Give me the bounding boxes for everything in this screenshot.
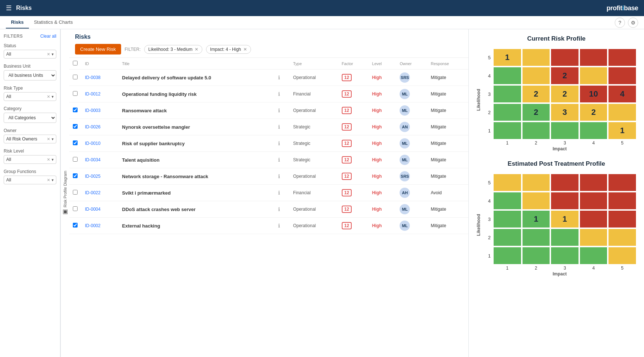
matrix-cell-r0-c2 [550,173,579,192]
row-checkbox-7[interactable] [73,190,78,195]
nav-tabs: Risks Statistics & Charts [6,16,78,29]
row-checkbox-4[interactable] [73,140,78,145]
right-panel: Current Risk Profile Likelihood 51423221… [468,29,644,357]
post-treatment-title: Estimated Post Treatment Profile [476,160,637,168]
risk-level-select[interactable]: All ✕ ▾ [4,155,56,164]
info-icon-1[interactable]: ℹ [278,91,280,97]
info-icon-9[interactable]: ℹ [278,223,280,229]
risk-id-5[interactable]: ID-0034 [85,157,101,162]
category-label: Category [4,106,56,111]
status-filter-section: Status All ✕ ▾ [4,43,56,59]
factor-badge-2: 12 [342,107,352,114]
owner-select[interactable]: All Risk Owners ✕ ▾ [4,135,56,143]
group-functions-select[interactable]: All ✕ ▾ [4,176,56,184]
info-icon-8[interactable]: ℹ [278,206,280,212]
risk-id-2[interactable]: ID-0003 [85,108,101,113]
risk-id-4[interactable]: ID-0010 [85,141,101,146]
row-checkbox-6[interactable] [73,173,78,178]
likelihood-filter-chip[interactable]: Likelihood: 3 - Medium ✕ [144,45,202,54]
app-logo: profitibase [606,4,638,12]
owner-clear-icon[interactable]: ✕ [47,137,50,142]
matrix-cell-r3-c2: 3 [550,103,579,121]
group-functions-label: Group Functions [4,169,56,174]
info-icon-2[interactable]: ℹ [278,108,280,113]
row-checkbox-3[interactable] [73,124,78,129]
matrix-cell-r0-c0 [493,173,522,192]
matrix-cell-r2-c3: 10 [579,85,608,103]
business-unit-select[interactable]: All business Units [4,70,56,80]
current-risk-profile-section: Current Risk Profile Likelihood 51423221… [476,35,637,151]
matrix-cell-r1-c2: 2 [550,67,579,85]
info-icon-7[interactable]: ℹ [278,190,280,196]
category-select[interactable]: All Categories [4,113,56,123]
matrix-cell-r0-c1 [522,48,551,67]
table-row: ID-0003 Ransomware attack ℹ Operational … [69,102,468,119]
risk-id-7[interactable]: ID-0022 [85,190,101,195]
risk-title-8: DDoS attack crashes web server [122,207,196,212]
create-new-risk-button[interactable]: Create New Risk [75,44,121,55]
info-icon-0[interactable]: ℹ [278,75,280,80]
risk-id-1[interactable]: ID-0012 [85,91,101,97]
table-row: ID-0004 DDoS attack crashes web server ℹ… [69,201,468,218]
info-icon-3[interactable]: ℹ [278,124,280,130]
col-info [274,58,289,69]
risk-id-8[interactable]: ID-0004 [85,207,101,212]
matrix-cell-r4-c2 [550,247,579,265]
row-checkbox-9[interactable] [73,223,78,228]
risk-id-9[interactable]: ID-0002 [85,223,101,228]
table-row: ID-0012 Operational funding liquidity ri… [69,86,468,102]
main-content-area: Risks Create New Risk FILTER: Likelihood… [69,29,468,357]
factor-badge-5: 12 [342,156,352,164]
status-filter-clear-icon[interactable]: ✕ [47,52,50,57]
row-checkbox-2[interactable] [73,108,78,112]
filters-label: FILTERS [4,34,23,39]
owner-badge-1: ML [400,89,410,99]
risk-title-2: Ransomware attack [122,108,167,113]
clear-all-button[interactable]: Clear all [40,34,56,39]
risk-id-3[interactable]: ID-0026 [85,124,101,129]
matrix-cell-r0-c1 [522,173,551,192]
select-all-checkbox[interactable] [73,61,78,65]
info-icon-5[interactable]: ℹ [278,157,280,163]
info-icon-6[interactable]: ℹ [278,173,280,179]
tab-statistics-charts[interactable]: Statistics & Charts [29,16,78,29]
status-filter-chevron-icon: ▾ [52,52,54,57]
matrix-cell-r1-c4 [608,67,637,85]
y-label-5: 5 [483,48,493,67]
risk-type-select[interactable]: All ✕ ▾ [4,92,56,101]
matrix-cell-r2-c1: 2 [522,85,551,103]
risk-id-0[interactable]: ID-0038 [85,75,101,80]
risk-type-chevron-icon: ▾ [52,94,54,99]
row-checkbox-0[interactable] [73,75,78,79]
tab-risks[interactable]: Risks [6,16,29,29]
y-label-3: 3 [483,85,493,103]
matrix-cell-r1-c3 [579,67,608,85]
matrix-cell-r2-c2: 1 [550,210,579,228]
risk-type-7: Financial [293,190,311,195]
risk-table-scroll[interactable]: ID Title Type Factor Level Owner Respons… [69,58,468,357]
info-icon-4[interactable]: ℹ [278,140,280,146]
settings-icon-button[interactable]: ⚙ [628,18,638,28]
likelihood-filter-remove-icon[interactable]: ✕ [195,47,198,52]
row-checkbox-1[interactable] [73,91,78,96]
status-filter-select[interactable]: All ✕ ▾ [4,50,56,59]
post-x-label-2: 2 [522,266,551,271]
row-checkbox-5[interactable] [73,157,78,162]
help-icon-button[interactable]: ? [615,18,625,28]
impact-filter-chip[interactable]: Impact: 4 - High ✕ [206,45,251,54]
content-toolbar: Create New Risk FILTER: Likelihood: 3 - … [75,44,463,55]
risk-level-clear-icon[interactable]: ✕ [47,157,50,162]
y-label-4: 4 [483,192,493,210]
matrix-cell-r4-c0 [493,247,522,265]
row-checkbox-8[interactable] [73,206,78,211]
risk-title-7: Svikt i primærmarked [122,190,171,196]
matrix-cell-r3-c4 [608,228,637,247]
hamburger-icon[interactable]: ☰ [6,4,12,12]
risk-id-6[interactable]: ID-0025 [85,174,101,179]
risk-type-4: Strategic [293,141,310,146]
risk-profile-diagram-tab[interactable]: ▣ Risk Profile Diagram [60,29,69,357]
matrix-cell-r2-c4 [608,210,637,228]
impact-filter-remove-icon[interactable]: ✕ [243,47,247,52]
group-functions-clear-icon[interactable]: ✕ [47,178,50,183]
risk-type-clear-icon[interactable]: ✕ [47,94,50,99]
